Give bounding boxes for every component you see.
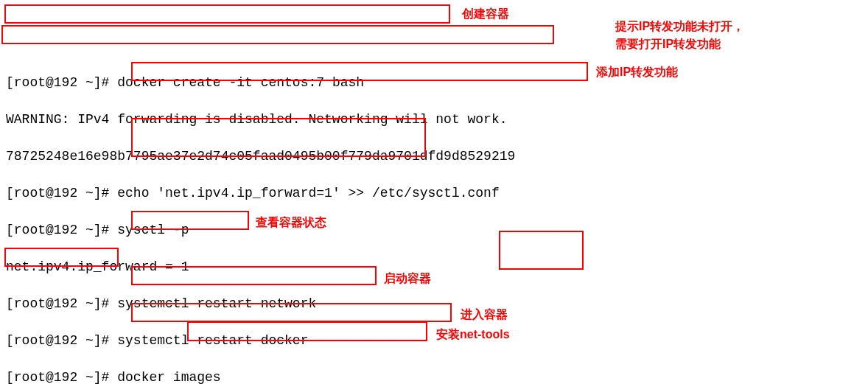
command-text: systemctl restart docker: [117, 333, 308, 348]
terminal-line-8: [root@192 ~]# docker images: [0, 369, 868, 384]
output-text: net.ipv4.ip_forward = 1: [6, 259, 189, 274]
output-text: [root@192 ~]# docker images: [6, 370, 221, 384]
terminal-line-5: net.ipv4.ip_forward = 1: [0, 258, 868, 276]
terminal-line-4: [root@192 ~]# sysctl -p: [0, 221, 868, 240]
terminal-line-0: [root@192 ~]# docker create -it centos:7…: [0, 74, 868, 92]
command-text: systemctl restart network: [117, 296, 316, 311]
annotation-ipv4-warning-l2: 需要打开IP转发功能: [615, 35, 721, 53]
command-text: docker create -it centos:7 bash: [117, 75, 364, 90]
annotation-install-nettools: 安装net-tools: [436, 325, 510, 343]
annotation-ipv4-warning-l1: 提示IP转发功能未打开，: [615, 17, 744, 35]
terminal-line-3: [root@192 ~]# echo 'net.ipv4.ip_forward=…: [0, 184, 868, 203]
output-text: 78725248e16e98b7795ae37e2d74c05faad0495b…: [6, 149, 515, 164]
annotation-add-ip-forward: 添加IP转发功能: [596, 63, 678, 81]
prompt: [root@192 ~]#: [6, 296, 117, 311]
terminal-line-7: [root@192 ~]# systemctl restart docker: [0, 332, 868, 350]
prompt: [root@192 ~]#: [6, 75, 117, 90]
prompt: [root@192 ~]#: [6, 333, 117, 348]
output-text: [root@192 ~]# sysctl -p: [6, 223, 189, 237]
annotation-start-container: 启动容器: [384, 269, 431, 287]
prompt: [root@192 ~]#: [6, 186, 117, 200]
highlight-box: [1, 25, 554, 44]
annotation-create-container: 创建容器: [462, 4, 509, 23]
terminal-line-2: 78725248e16e98b7795ae37e2d74c05faad0495b…: [0, 147, 868, 166]
annotation-view-status: 查看容器状态: [256, 213, 326, 231]
terminal-line-1: WARNING: IPv4 forwarding is disabled. Ne…: [0, 111, 868, 129]
annotation-enter-container: 进入容器: [461, 305, 508, 324]
highlight-box: [4, 4, 450, 24]
output-text: WARNING: IPv4 forwarding is disabled. Ne…: [6, 112, 508, 127]
command-text: echo 'net.ipv4.ip_forward=1' >> /etc/sys…: [117, 186, 499, 200]
terminal-line-6: [root@192 ~]# systemctl restart network: [0, 295, 868, 313]
